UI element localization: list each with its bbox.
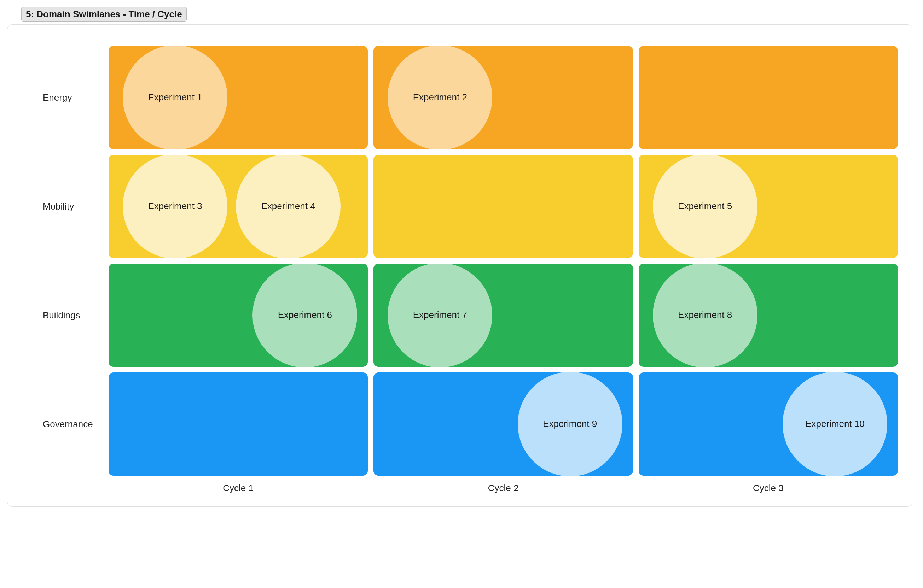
experiment-label: Experiment 6	[278, 310, 332, 321]
lane-cell-mobility-cycle1: Experiment 3Experiment 4	[108, 155, 368, 258]
experiment-bubble-10[interactable]: Experiment 10	[783, 372, 887, 476]
lane-cell-governance-cycle1	[108, 372, 368, 476]
lane-cell-mobility-cycle2	[373, 155, 633, 258]
experiment-bubble-3[interactable]: Experiment 3	[123, 154, 227, 259]
lane-cell-energy-cycle2: Experiment 2	[373, 46, 633, 149]
lane-cell-governance-cycle2: Experiment 9	[373, 372, 633, 476]
lane-cell-buildings-cycle3: Experiment 8	[639, 264, 898, 367]
panel-title-chip: 5: Domain Swimlanes - Time / Cycle	[21, 7, 187, 21]
lane-cell-energy-cycle3	[639, 46, 898, 149]
experiment-label: Experiment 7	[413, 310, 467, 321]
experiment-bubble-9[interactable]: Experiment 9	[518, 372, 622, 476]
cycle-axis: Cycle 1Cycle 2Cycle 3	[21, 483, 898, 494]
experiment-label: Experiment 8	[678, 310, 732, 321]
experiment-bubble-6[interactable]: Experiment 6	[253, 263, 357, 367]
experiment-label: Experiment 3	[148, 201, 202, 212]
experiment-bubble-5[interactable]: Experiment 5	[653, 154, 757, 259]
row-label-text: Mobility	[43, 201, 74, 212]
cycle-label-2: Cycle 2	[373, 483, 633, 494]
cycle-label-1: Cycle 1	[108, 483, 368, 494]
lane-cell-energy-cycle1: Experiment 1	[108, 46, 368, 149]
row-label-text: Governance	[43, 419, 93, 430]
row-label-energy: Energy	[21, 46, 103, 149]
experiment-label: Experiment 4	[261, 201, 315, 212]
experiment-label: Experiment 2	[413, 92, 467, 103]
lane-cell-mobility-cycle3: Experiment 5	[639, 155, 898, 258]
row-label-mobility: Mobility	[21, 155, 103, 258]
experiment-bubble-2[interactable]: Experiment 2	[388, 45, 492, 150]
axis-spacer	[21, 483, 103, 494]
experiment-label: Experiment 10	[805, 418, 865, 429]
experiment-bubble-8[interactable]: Experiment 8	[653, 263, 757, 367]
experiment-bubble-4[interactable]: Experiment 4	[236, 154, 340, 259]
row-label-text: Energy	[43, 92, 72, 103]
experiment-bubble-1[interactable]: Experiment 1	[123, 45, 227, 150]
row-label-buildings: Buildings	[21, 264, 103, 367]
experiment-label: Experiment 9	[543, 418, 597, 429]
experiment-bubble-7[interactable]: Experiment 7	[388, 263, 492, 367]
swimlane-grid: EnergyExperiment 1Experiment 2MobilityEx…	[21, 46, 898, 476]
row-label-text: Buildings	[43, 310, 80, 321]
lane-cell-buildings-cycle1: Experiment 6	[108, 264, 368, 367]
experiment-label: Experiment 1	[148, 92, 202, 103]
row-label-governance: Governance	[21, 372, 103, 476]
lane-cell-buildings-cycle2: Experiment 7	[373, 264, 633, 367]
lane-cell-governance-cycle3: Experiment 10	[639, 372, 898, 476]
experiment-label: Experiment 5	[678, 201, 732, 212]
cycle-label-3: Cycle 3	[639, 483, 898, 494]
panel-title-text: 5: Domain Swimlanes - Time / Cycle	[26, 9, 182, 20]
swimlane-panel: EnergyExperiment 1Experiment 2MobilityEx…	[7, 25, 912, 507]
